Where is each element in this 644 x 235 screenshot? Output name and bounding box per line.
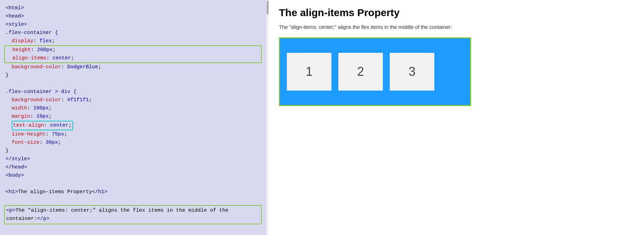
preview-title: The align-items Property bbox=[279, 7, 634, 19]
flex-demo-container: 1 2 3 bbox=[279, 37, 471, 106]
code-line-12: width: 100px; bbox=[5, 104, 260, 113]
code-line-14: text-align: center; bbox=[5, 121, 260, 130]
code-line-3: <style> bbox=[5, 21, 260, 29]
code-line-21: <h1>The align-items Property</h1> bbox=[5, 188, 260, 196]
code-line-22: <p>The "align-items: center;" aligns the… bbox=[6, 207, 260, 215]
code-line-15: line-height: 75px; bbox=[5, 130, 260, 139]
code-line-8: background-color: DodgerBlue; bbox=[5, 63, 260, 71]
code-line-16: font-size: 30px; bbox=[5, 139, 260, 147]
code-editor: <html> <head> <style> .flex-container { … bbox=[0, 0, 266, 235]
code-line-20: <body> bbox=[5, 172, 260, 180]
green-highlight-box: height: 200px; align-items: center; bbox=[4, 45, 262, 63]
scrollbar-thumb[interactable] bbox=[267, 1, 269, 14]
green-highlight-bottom: <p>The "align-items: center;" aligns the… bbox=[4, 205, 262, 224]
preview-description: The "align-items: center;" aligns the fl… bbox=[279, 23, 634, 31]
code-empty-1 bbox=[5, 80, 260, 88]
code-line-10: .flex-container > div { bbox=[5, 88, 260, 96]
code-line-4: .flex-container { bbox=[5, 29, 260, 37]
code-line-1: <html> bbox=[5, 4, 260, 12]
code-line-2: <head> bbox=[5, 12, 260, 21]
code-line-5: display: flex; bbox=[5, 37, 260, 45]
code-line-6: height: 200px; bbox=[6, 46, 260, 54]
preview-panel: The align-items Property The "align-item… bbox=[269, 0, 644, 235]
code-line-17: } bbox=[5, 147, 260, 155]
code-line-23: container:</p> bbox=[6, 215, 260, 223]
code-empty-2 bbox=[5, 180, 260, 188]
flex-item-1: 1 bbox=[287, 53, 331, 91]
code-line-19: </head> bbox=[5, 163, 260, 172]
cyan-highlight: text-align: center; bbox=[12, 121, 73, 130]
flex-item-3: 3 bbox=[390, 53, 434, 91]
code-line-11: background-color: #f1f1f1; bbox=[5, 96, 260, 104]
code-line-18: </style> bbox=[5, 155, 260, 163]
code-line-13: margin: 10px; bbox=[5, 113, 260, 121]
code-line-7: align-items: center; bbox=[6, 54, 260, 62]
code-line-9: } bbox=[5, 71, 260, 80]
flex-item-2: 2 bbox=[338, 53, 383, 91]
scrollbar[interactable] bbox=[266, 0, 269, 235]
code-empty-3 bbox=[5, 196, 260, 204]
